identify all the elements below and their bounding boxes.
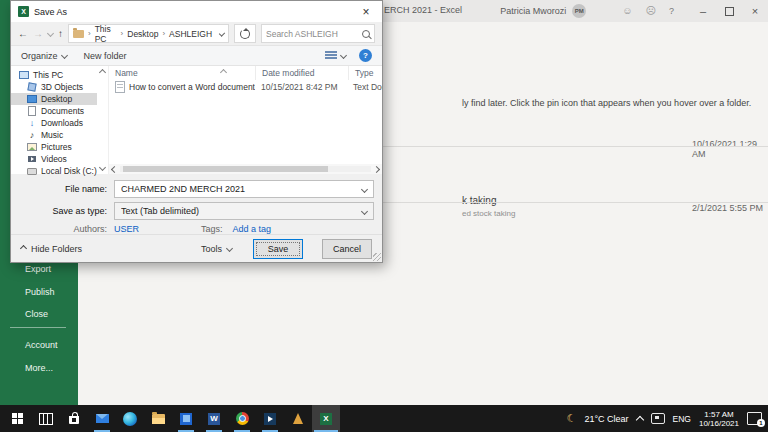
download-icon: ↓	[27, 118, 37, 128]
add-a-tag-link[interactable]: Add a tag	[233, 224, 272, 234]
taskbar-store-button[interactable]	[60, 405, 88, 432]
chevron-down-icon	[361, 207, 368, 214]
window-close-button[interactable]: ×	[742, 0, 768, 22]
tree-scrollbar[interactable]	[97, 66, 108, 174]
column-type[interactable]: Type	[349, 66, 382, 80]
taskbar-edge-button[interactable]	[116, 405, 144, 432]
backstage-more[interactable]: More...	[25, 363, 53, 373]
chevron-down-icon[interactable]	[361, 185, 368, 192]
nav-label: Videos	[41, 154, 67, 164]
new-folder-button[interactable]: New folder	[84, 51, 127, 61]
taskbar-word-button[interactable]: W	[200, 405, 228, 432]
taskbar-media-cone-button[interactable]	[284, 405, 312, 432]
save-as-dialog: X Save As × ← → ↑ › This PC › Desktop › …	[10, 0, 383, 263]
tray-expand-icon[interactable]	[635, 415, 643, 423]
history-chevron-icon[interactable]	[47, 30, 54, 37]
new-folder-label: New folder	[84, 51, 127, 61]
avatar[interactable]: PM	[572, 4, 586, 18]
task-view-icon	[39, 413, 53, 425]
action-center-icon[interactable]: 1	[747, 412, 762, 425]
feedback-frown-icon[interactable]: ☹	[646, 6, 656, 16]
notification-badge: 1	[757, 419, 765, 427]
excel-file-icon: X	[18, 6, 29, 17]
nav-item-documents[interactable]: Documents	[11, 105, 97, 117]
photos-icon	[180, 413, 192, 425]
column-name[interactable]: Name	[109, 66, 256, 80]
forward-arrow-icon[interactable]: →	[33, 29, 43, 39]
nav-item-videos[interactable]: Videos	[11, 153, 97, 165]
restore-button[interactable]	[716, 0, 742, 22]
meet-now-icon[interactable]	[651, 413, 665, 424]
taskbar-file-explorer-button[interactable]	[144, 405, 172, 432]
scroll-down-icon[interactable]	[99, 164, 106, 171]
column-date-modified[interactable]: Date modified	[256, 66, 349, 80]
taskbar-chrome-button[interactable]	[228, 405, 256, 432]
search-box	[261, 24, 375, 43]
scroll-up-icon[interactable]	[99, 69, 106, 76]
tools-dropdown[interactable]: Tools	[201, 244, 232, 254]
up-arrow-icon[interactable]: ↑	[58, 29, 63, 39]
breadcrumb-separator: ›	[88, 29, 91, 38]
nav-item-3d-objects[interactable]: 3D Objects	[11, 81, 97, 93]
nav-item-desktop[interactable]: Desktop	[11, 93, 97, 105]
nav-label: Desktop	[41, 94, 72, 104]
task-view-button[interactable]	[32, 405, 60, 432]
file-row[interactable]: How to convert a Word document to Mi... …	[109, 80, 382, 94]
horizontal-scrollbar[interactable]	[109, 164, 382, 174]
save-as-type-select[interactable]: Text (Tab delimited)	[114, 202, 374, 220]
file-name-input[interactable]	[121, 184, 362, 194]
windows-logo-icon	[12, 413, 24, 425]
recent-divider	[368, 202, 768, 203]
nav-item-music[interactable]: ♪ Music	[11, 129, 97, 141]
system-tray: ☾ 21°C Clear ENG 1:57 AM 10/16/2021 1	[567, 405, 768, 432]
organize-button[interactable]: Organize	[21, 51, 67, 61]
hide-folders-button[interactable]: Hide Folders	[31, 244, 82, 254]
nav-item-downloads[interactable]: ↓ Downloads	[11, 117, 97, 129]
authors-value[interactable]: USER	[114, 224, 139, 234]
clock[interactable]: 1:57 AM 10/16/2021	[699, 410, 739, 428]
backstage-close[interactable]: Close	[25, 309, 48, 319]
language-indicator[interactable]: ENG	[673, 414, 691, 424]
back-arrow-icon[interactable]: ←	[18, 29, 28, 39]
breadcrumb-desktop[interactable]: Desktop	[127, 29, 158, 39]
nav-item-pictures[interactable]: Pictures	[11, 141, 97, 153]
feedback-smile-icon[interactable]: ☺	[622, 6, 632, 16]
nav-item-this-pc[interactable]: This PC	[11, 69, 97, 81]
folder-tree: This PC 3D Objects Desktop Documents ↓ D…	[11, 66, 97, 174]
address-dropdown-icon[interactable]	[219, 30, 225, 36]
dialog-help-icon[interactable]: ?	[359, 49, 372, 62]
resize-grip[interactable]	[373, 253, 381, 261]
store-bag-icon	[69, 416, 79, 424]
save-button[interactable]: Save	[253, 239, 303, 259]
minimize-button[interactable]: –	[690, 0, 716, 22]
start-button[interactable]	[4, 405, 32, 432]
taskbar-mail-button[interactable]	[88, 405, 116, 432]
view-mode-button[interactable]	[325, 51, 346, 61]
help-icon[interactable]: ?	[669, 6, 674, 16]
taskbar-photos-button[interactable]	[172, 405, 200, 432]
backstage-account[interactable]: Account	[25, 340, 58, 350]
document-icon	[27, 106, 37, 116]
breadcrumb-ashleigh[interactable]: ASHLEIGH	[169, 29, 212, 39]
chevron-down-icon	[226, 245, 233, 252]
breadcrumb[interactable]: › This PC › Desktop › ASHLEIGH	[68, 24, 229, 43]
recent-file-title[interactable]: k taking	[462, 195, 496, 206]
weather-text[interactable]: 21°C Clear	[584, 414, 628, 424]
search-input[interactable]	[266, 29, 359, 39]
scroll-right-icon[interactable]	[373, 165, 380, 172]
cancel-button[interactable]: Cancel	[322, 239, 372, 259]
refresh-button[interactable]	[234, 24, 256, 43]
dialog-close-button[interactable]: ×	[350, 1, 382, 22]
search-icon	[362, 30, 370, 38]
breadcrumb-this-pc[interactable]: This PC	[95, 24, 117, 44]
backstage-export[interactable]: Export	[25, 264, 51, 274]
dialog-toolbar: Organize New folder ?	[11, 45, 382, 66]
excel-user-name[interactable]: Patricia Mworozi	[500, 6, 566, 16]
scroll-left-icon[interactable]	[111, 165, 118, 172]
scrollbar-thumb[interactable]	[123, 166, 329, 172]
taskbar-movies-button[interactable]	[256, 405, 284, 432]
recent-file-date: 2/1/2021 5:55 PM	[692, 203, 763, 213]
word-icon: W	[208, 413, 220, 425]
backstage-publish[interactable]: Publish	[25, 287, 55, 297]
taskbar-excel-button[interactable]: X	[312, 405, 340, 432]
